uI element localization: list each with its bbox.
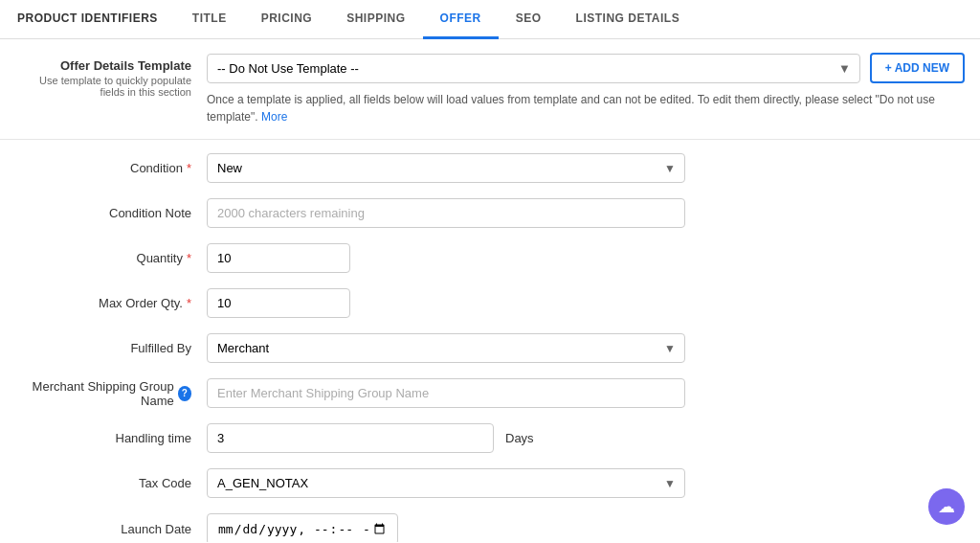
tax-code-label: Tax Code — [15, 476, 207, 490]
handling-time-control: Days — [207, 423, 685, 453]
condition-control: New Used Refurbished ▼ — [207, 153, 685, 183]
template-row: -- Do Not Use Template -- ▼ + ADD NEW — [207, 53, 965, 83]
fulfilled-by-select[interactable]: Merchant Amazon — [207, 333, 685, 363]
max-order-qty-input[interactable] — [207, 288, 350, 318]
max-order-qty-control — [207, 288, 685, 318]
fulfilled-by-label: Fulfilled By — [15, 341, 207, 355]
condition-required-star: * — [187, 161, 191, 175]
merchant-shipping-row: Merchant Shipping Group Name ? — [0, 371, 980, 416]
svg-text:☁: ☁ — [938, 497, 955, 516]
template-controls: -- Do Not Use Template -- ▼ + ADD NEW On… — [207, 53, 965, 125]
template-select[interactable]: -- Do Not Use Template -- — [207, 54, 860, 83]
fulfilled-by-control: Merchant Amazon ▼ — [207, 333, 685, 363]
launch-date-control — [207, 513, 685, 542]
launch-date-row: Launch Date — [0, 506, 980, 542]
template-select-wrap: -- Do Not Use Template -- ▼ — [207, 54, 860, 83]
nav-item-product-identifiers[interactable]: PRODUCT IDENTIFIERS — [0, 0, 175, 39]
template-label-col: Offer Details Template Use template to q… — [15, 53, 207, 98]
condition-note-control — [207, 198, 685, 228]
tax-code-control: A_GEN_NOTAX ▼ — [207, 468, 685, 498]
max-order-qty-label: Max Order Qty.* — [15, 296, 207, 310]
add-new-button[interactable]: + ADD NEW — [870, 53, 965, 83]
template-label-title: Offer Details Template — [15, 58, 191, 73]
merchant-shipping-help-icon[interactable]: ? — [178, 386, 191, 401]
template-more-link[interactable]: More — [261, 110, 287, 124]
condition-select[interactable]: New Used Refurbished — [207, 153, 685, 183]
launch-date-label: Launch Date — [15, 522, 207, 536]
template-notice-text: Once a template is applied, all fields b… — [207, 93, 935, 124]
form-section: Condition* New Used Refurbished ▼ Condit… — [0, 140, 980, 542]
nav-item-shipping[interactable]: SHIPPING — [329, 0, 422, 39]
max-order-qty-row: Max Order Qty.* — [0, 281, 980, 326]
merchant-shipping-control — [207, 378, 685, 408]
tax-code-select-wrap: A_GEN_NOTAX ▼ — [207, 468, 685, 498]
tax-code-row: Tax Code A_GEN_NOTAX ▼ — [0, 461, 980, 506]
main-content: Offer Details Template Use template to q… — [0, 39, 980, 542]
fulfilled-by-row: Fulfilled By Merchant Amazon ▼ — [0, 326, 980, 371]
nav-item-pricing[interactable]: PRICING — [244, 0, 330, 39]
template-notice: Once a template is applied, all fields b… — [207, 91, 965, 125]
nav-bar: PRODUCT IDENTIFIERS TITLE PRICING SHIPPI… — [0, 0, 980, 39]
quantity-required-star: * — [187, 251, 191, 265]
quantity-label: Quantity* — [15, 251, 207, 265]
condition-note-row: Condition Note — [0, 191, 980, 236]
nav-item-title[interactable]: TITLE — [175, 0, 244, 39]
handling-time-label: Handling time — [15, 431, 207, 445]
nav-item-listing-details[interactable]: LISTING DETAILS — [559, 0, 698, 39]
max-order-qty-required-star: * — [187, 296, 191, 310]
quantity-row: Quantity* — [0, 236, 980, 281]
quantity-control — [207, 243, 685, 273]
tax-code-select[interactable]: A_GEN_NOTAX — [207, 468, 685, 498]
nav-item-offer[interactable]: OFFER — [423, 0, 499, 39]
condition-select-wrap: New Used Refurbished ▼ — [207, 153, 685, 183]
template-label-desc: Use template to quickly populate fields … — [15, 75, 191, 98]
merchant-shipping-label: Merchant Shipping Group Name ? — [15, 379, 207, 408]
condition-note-label: Condition Note — [15, 206, 207, 220]
template-section: Offer Details Template Use template to q… — [0, 39, 980, 140]
condition-row: Condition* New Used Refurbished ▼ — [0, 146, 980, 191]
bottom-cloud-icon: ☁ — [928, 488, 965, 528]
condition-label: Condition* — [15, 161, 207, 175]
condition-note-input[interactable] — [207, 198, 685, 228]
handling-time-input[interactable] — [207, 423, 494, 453]
days-label: Days — [505, 431, 534, 445]
fulfilled-by-select-wrap: Merchant Amazon ▼ — [207, 333, 685, 363]
merchant-shipping-input[interactable] — [207, 378, 685, 408]
handling-time-row: Handling time Days — [0, 416, 980, 461]
launch-date-input[interactable] — [207, 513, 398, 542]
nav-item-seo[interactable]: SEO — [499, 0, 559, 39]
quantity-input[interactable] — [207, 243, 350, 273]
